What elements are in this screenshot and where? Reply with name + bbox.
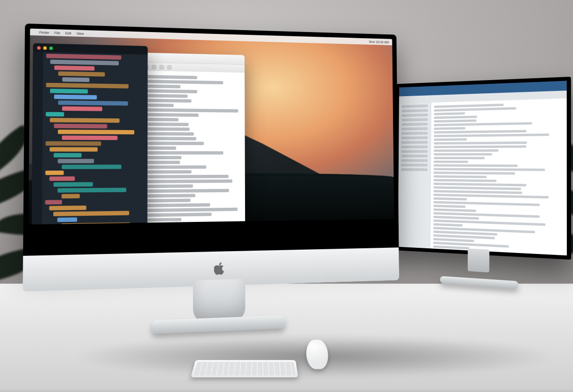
window-controls[interactable] (37, 46, 53, 50)
menubar-app-name[interactable]: Finder (39, 31, 49, 34)
secondary-list[interactable] (430, 98, 567, 255)
secondary-monitor (394, 77, 571, 290)
editor-body[interactable] (32, 52, 148, 224)
editor-titlebar[interactable] (33, 43, 148, 55)
apple-logo-icon (214, 262, 224, 275)
editor-gutter (32, 52, 43, 224)
wireless-keyboard (191, 360, 298, 377)
secondary-app-window[interactable] (398, 81, 567, 255)
menubar-item[interactable]: Edit (65, 31, 71, 35)
menubar-clock[interactable]: Mon 10:42 AM (369, 40, 389, 44)
window-controls[interactable] (129, 55, 144, 59)
imac: Finder File Edit View Mon 10:42 AM (22, 24, 400, 339)
photo-scene: Finder File Edit View Mon 10:42 AM (0, 0, 573, 392)
document-body[interactable] (137, 71, 245, 225)
secondary-sidebar[interactable] (398, 103, 432, 249)
document-sidebar[interactable] (125, 70, 137, 224)
menubar-item[interactable]: View (76, 32, 84, 35)
code-editor-window[interactable] (32, 43, 148, 225)
document-window[interactable] (125, 52, 246, 225)
menubar-item[interactable]: File (54, 31, 60, 35)
